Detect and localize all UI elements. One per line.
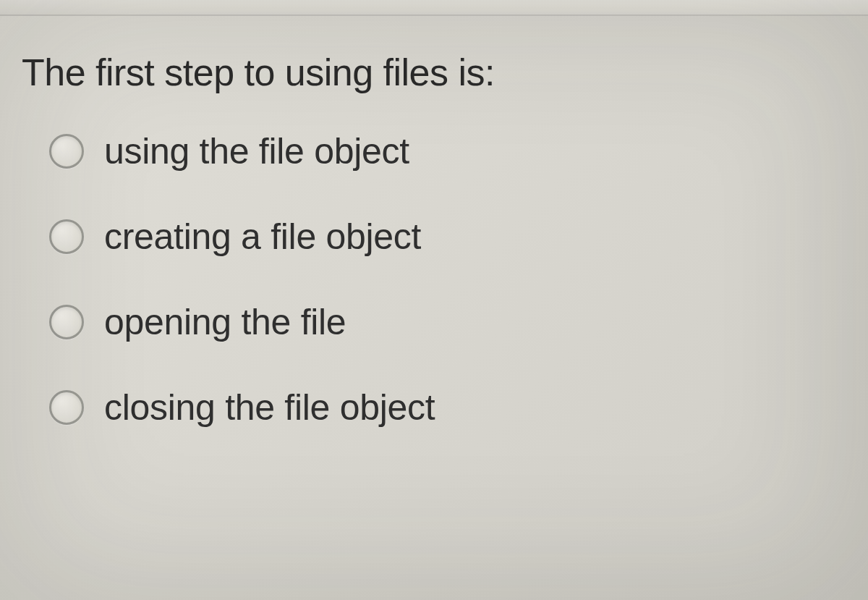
panel-top-divider <box>0 0 868 16</box>
option-label: using the file object <box>104 130 409 172</box>
options-group: using the file object creating a file ob… <box>22 130 846 428</box>
radio-icon[interactable] <box>49 134 84 169</box>
option-label: creating a file object <box>104 216 421 258</box>
option-row-1[interactable]: creating a file object <box>49 216 846 258</box>
option-label: opening the file <box>104 301 346 343</box>
radio-icon[interactable] <box>49 219 84 254</box>
radio-icon[interactable] <box>49 305 84 339</box>
option-row-3[interactable]: closing the file object <box>49 386 846 428</box>
option-label: closing the file object <box>104 386 435 428</box>
question-prompt: The first step to using files is: <box>22 51 846 94</box>
option-row-2[interactable]: opening the file <box>49 301 846 343</box>
radio-icon[interactable] <box>49 390 84 425</box>
option-row-0[interactable]: using the file object <box>49 130 846 172</box>
question-block: The first step to using files is: using … <box>0 0 868 457</box>
